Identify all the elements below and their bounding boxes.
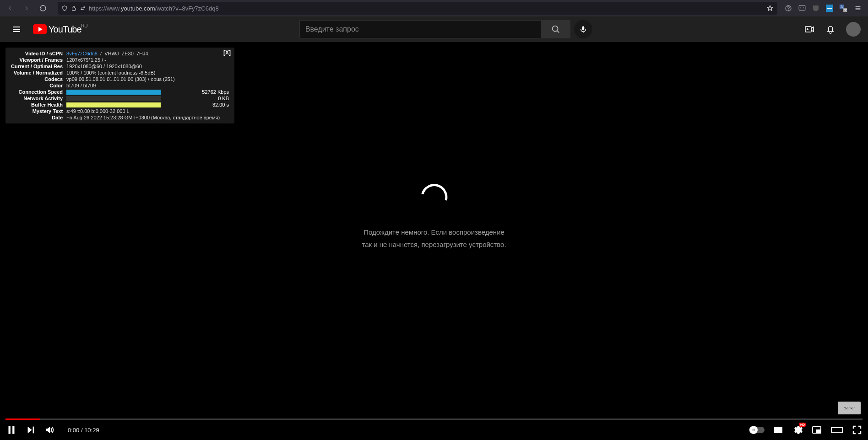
- svg-rect-0: [72, 8, 76, 10]
- search-button[interactable]: [541, 20, 570, 38]
- search-input[interactable]: [305, 25, 536, 33]
- search-input-wrap[interactable]: [299, 20, 541, 38]
- search-icon: [551, 24, 561, 34]
- svg-rect-5: [799, 5, 805, 11]
- loading-text-line1: Подождите немного. Если воспроизведение: [362, 226, 506, 238]
- svg-point-7: [803, 7, 804, 8]
- youtube-logo[interactable]: YouTube RU: [33, 24, 88, 35]
- spinner-icon: [416, 179, 452, 215]
- svg-rect-20: [753, 429, 753, 431]
- browser-toolbar: https://www.youtube.com/watch?v=8vFy7zC6…: [0, 0, 868, 16]
- stats-row: Viewport / Frames1207x679*1.25 / -: [9, 57, 231, 63]
- voice-search-button[interactable]: [574, 20, 592, 38]
- address-bar[interactable]: https://www.youtube.com/watch?v=8vFy7zC6…: [58, 2, 777, 15]
- url-text: https://www.youtube.com/watch?v=8vFy7zC6…: [89, 5, 219, 12]
- pause-icon: [751, 428, 756, 432]
- fullscreen-button[interactable]: [852, 424, 863, 435]
- reload-button[interactable]: [36, 2, 50, 15]
- stats-close-button[interactable]: [X]: [223, 49, 231, 56]
- theater-button[interactable]: [830, 424, 843, 435]
- svg-rect-24: [779, 430, 781, 431]
- pause-button[interactable]: [5, 424, 17, 436]
- svg-rect-17: [9, 426, 11, 434]
- stats-row: Connection Speed52762 Kbps: [9, 89, 231, 95]
- toolbar-extensions: A文: [782, 2, 865, 15]
- svg-rect-23: [776, 430, 778, 431]
- bell-icon: [825, 24, 836, 35]
- volume-icon: [44, 424, 55, 435]
- svg-rect-9: [827, 8, 832, 9]
- shield-icon: [61, 5, 68, 11]
- guide-menu-button[interactable]: [7, 20, 26, 38]
- notifications-button[interactable]: [825, 24, 836, 35]
- extension-icon[interactable]: [823, 2, 836, 15]
- svg-point-1: [84, 7, 85, 8]
- create-button[interactable]: [804, 24, 815, 35]
- loading-text-line2: так и не начнется, перезагрузите устройс…: [362, 238, 506, 251]
- next-icon: [26, 425, 36, 435]
- stats-row: Colorbt709 / bt709: [9, 82, 231, 89]
- lock-icon: [71, 5, 77, 11]
- theater-icon: [830, 424, 843, 435]
- svg-rect-19: [33, 427, 34, 434]
- subtitles-icon: [773, 424, 784, 435]
- stats-row: DateFri Aug 26 2022 15:23:28 GMT+0300 (М…: [9, 114, 231, 121]
- stats-for-nerds-panel: [X] Video ID / sCPN8vFy7zC6dq8 / VHWJ ZE…: [5, 48, 234, 123]
- miniplayer-button[interactable]: [811, 424, 822, 435]
- stats-row: Mystery Texts:49 t:0.00 b:0.000-32.000 L: [9, 108, 231, 114]
- svg-rect-27: [831, 428, 842, 432]
- svg-point-15: [552, 26, 558, 32]
- autoplay-toggle[interactable]: [749, 427, 765, 433]
- extension-icon[interactable]: [796, 2, 808, 15]
- next-button[interactable]: [26, 425, 36, 435]
- loading-message: Подождите немного. Если воспроизведение …: [362, 184, 506, 251]
- app-menu-button[interactable]: [851, 2, 865, 15]
- volume-button[interactable]: [44, 424, 55, 435]
- svg-text:文: 文: [844, 8, 847, 11]
- subtitles-button[interactable]: [773, 424, 784, 435]
- youtube-page: YouTube RU: [0, 16, 868, 440]
- stats-row: Video ID / sCPN8vFy7zC6dq8 / VHWJ ZE30 7…: [9, 50, 231, 57]
- stats-row: Network Activity0 KB: [9, 95, 231, 102]
- ublock-icon[interactable]: [809, 2, 822, 15]
- extension-icon[interactable]: [782, 2, 795, 15]
- masthead: YouTube RU: [0, 16, 868, 42]
- miniplayer-icon: [811, 424, 822, 435]
- translate-icon[interactable]: A文: [837, 2, 850, 15]
- logo-text: YouTube: [49, 24, 81, 35]
- stats-row: Volume / Normalized100% / 100% (content …: [9, 70, 231, 76]
- create-video-icon: [804, 24, 815, 35]
- video-player[interactable]: [X] Video ID / sCPN8vFy7zC6dq8 / VHWJ ZE…: [0, 42, 868, 440]
- stats-row: Codecsvp09.00.51.08.01.01.01.01.00 (303)…: [9, 76, 231, 82]
- fullscreen-icon: [852, 424, 863, 435]
- nav-back-button[interactable]: [3, 2, 17, 15]
- svg-rect-21: [754, 429, 754, 431]
- nav-forward-button[interactable]: [19, 2, 34, 15]
- stats-row: Current / Optimal Res1920x1080@60 / 1920…: [9, 63, 231, 70]
- svg-rect-18: [12, 426, 14, 434]
- youtube-play-icon: [33, 24, 47, 34]
- svg-rect-26: [817, 430, 820, 432]
- account-avatar[interactable]: [846, 22, 861, 37]
- channel-watermark[interactable]: Gamer: [838, 402, 861, 414]
- hd-badge: HD: [799, 423, 806, 427]
- logo-country: RU: [81, 23, 87, 28]
- microphone-icon: [579, 25, 587, 33]
- permissions-icon: [80, 5, 86, 11]
- pause-icon: [5, 424, 17, 436]
- time-display: 0:00 / 10:29: [68, 427, 99, 434]
- stats-row: Buffer Health32.00 s: [9, 102, 231, 108]
- svg-point-4: [788, 10, 789, 11]
- svg-point-6: [800, 7, 801, 8]
- player-controls: 0:00 / 10:29 HD: [0, 420, 868, 440]
- bookmark-star-icon[interactable]: [766, 5, 774, 12]
- settings-button[interactable]: HD: [792, 424, 803, 435]
